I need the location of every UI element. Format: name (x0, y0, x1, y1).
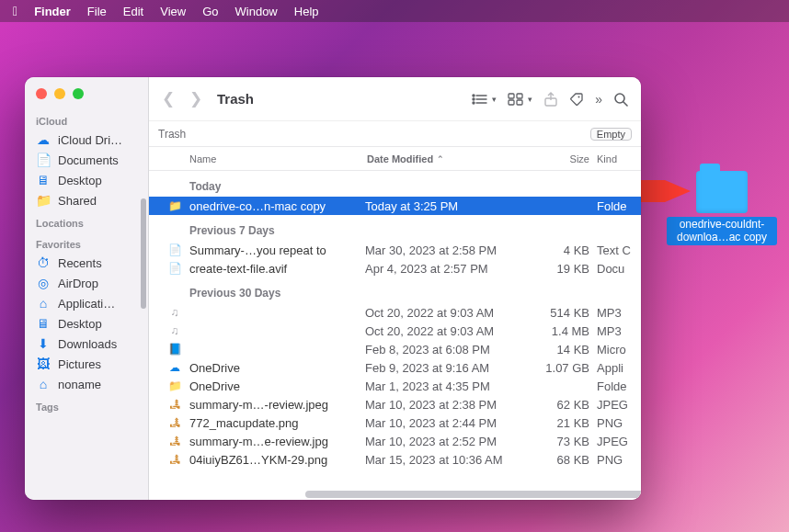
menubar-item-window[interactable]: Window (235, 5, 278, 18)
minimize-button[interactable] (54, 88, 65, 99)
sidebar-item[interactable]: ◎AirDrop (25, 273, 148, 293)
sidebar-section-header: Locations (25, 210, 148, 232)
clock-icon: ⏱ (36, 255, 51, 270)
view-list-button[interactable]: ▾ (472, 93, 497, 106)
doc-icon: 📄 (36, 153, 51, 167)
table-row[interactable]: 🏞04iuiyBZ61…YKM-29.pngMar 15, 2023 at 10… (149, 450, 641, 469)
column-header-size[interactable]: Size (523, 153, 597, 164)
file-kind: MP3 (597, 324, 641, 338)
content-area: ❮ ❯ Trash ▾ ▾ » Tr (149, 77, 641, 500)
list-group-header: Previous 30 Days (149, 277, 641, 303)
sidebar-item[interactable]: ⬇Downloads (25, 334, 148, 354)
column-header-date-modified[interactable]: Date Modified⌃ (365, 153, 523, 164)
svg-line-14 (623, 102, 627, 106)
sort-chevron-icon: ⌃ (437, 154, 444, 164)
file-kind: Folde (597, 379, 641, 393)
sidebar-item-label: Shared (58, 194, 97, 208)
zoom-button[interactable] (73, 88, 84, 99)
sidebar-item[interactable]: 🖥Desktop (25, 313, 148, 334)
sidebar-scrollbar[interactable] (141, 198, 146, 309)
sidebar-item[interactable]: 🖼Pictures (25, 354, 148, 374)
file-size: 68 KB (523, 453, 597, 467)
path-label: Trash (158, 128, 186, 141)
table-row[interactable]: ♫Oct 20, 2022 at 9:03 AM1.4 MBMP3 (149, 322, 641, 340)
column-header-kind[interactable]: Kind (597, 153, 641, 164)
file-name: Summary-…you repeat to (189, 243, 365, 257)
table-row[interactable]: 🏞summary-m…-review.jpegMar 10, 2023 at 2… (149, 395, 641, 413)
file-size: 514 KB (523, 306, 597, 320)
file-date: Mar 10, 2023 at 2:38 PM (365, 398, 523, 412)
menubar-item-edit[interactable]: Edit (123, 5, 143, 18)
desktop-icon: 🖥 (36, 173, 51, 187)
svg-rect-9 (509, 100, 514, 105)
file-kind: Text C (597, 243, 641, 257)
sidebar-item[interactable]: ⌂noname (25, 374, 148, 394)
mp3-icon: ♫ (167, 323, 182, 338)
sidebar-item-label: Recents (58, 256, 102, 270)
sidebar-item[interactable]: 📄Documents (25, 150, 148, 170)
window-controls (36, 88, 84, 99)
png-icon: 🏞 (167, 415, 182, 430)
table-row[interactable]: 📁onedrive-co…n-mac copyToday at 3:25 PMF… (149, 197, 641, 215)
table-row[interactable]: ☁︎OneDriveFeb 9, 2023 at 9:16 AM1.07 GBA… (149, 358, 641, 377)
finder-window: iCloud☁︎iCloud Dri…📄Documents🖥Desktop📁Sh… (25, 77, 641, 500)
table-row[interactable]: 🏞summary-m…e-review.jpgMar 10, 2023 at 2… (149, 432, 641, 450)
menubar-appname[interactable]: Finder (34, 5, 71, 18)
tag-button[interactable] (569, 92, 584, 107)
file-date: Oct 20, 2022 at 9:03 AM (365, 306, 523, 320)
menubar-item-go[interactable]: Go (202, 5, 218, 18)
horizontal-scrollbar[interactable] (305, 491, 637, 498)
menubar-item-help[interactable]: Help (294, 5, 319, 18)
file-date: Feb 9, 2023 at 9:16 AM (365, 361, 523, 375)
file-name: OneDrive (189, 379, 365, 393)
sidebar-item[interactable]: ☁︎iCloud Dri… (25, 130, 148, 150)
sidebar-item-label: Desktop (58, 174, 102, 187)
file-date: Feb 8, 2023 at 6:08 PM (365, 343, 523, 357)
sidebar-item[interactable]: 🖥Desktop (25, 170, 148, 190)
txt-icon: 📄 (167, 261, 182, 276)
folder-icon (696, 171, 748, 213)
table-row[interactable]: 📄create-text-file.avifApr 4, 2023 at 2:5… (149, 259, 641, 277)
desktop-folder-item[interactable]: onedrive-couldnt-downloa…ac copy (667, 171, 777, 245)
file-kind: Folde (597, 199, 641, 213)
sidebar-item[interactable]: 📁Shared (25, 190, 148, 210)
column-header-name[interactable]: Name (189, 153, 365, 164)
apple-menu-icon[interactable]:  (13, 4, 17, 18)
more-toolbar-button[interactable]: » (595, 92, 602, 107)
chevron-down-icon: ▾ (528, 95, 532, 104)
jpeg-icon: 🏞 (167, 434, 182, 448)
file-date: Mar 30, 2023 at 2:58 PM (365, 243, 523, 257)
sidebar-item-label: Applicati… (58, 297, 115, 311)
sidebar-item[interactable]: ⏱Recents (25, 253, 148, 273)
table-row[interactable]: 📁OneDriveMar 1, 2023 at 4:35 PMFolde (149, 377, 641, 395)
back-button[interactable]: ❮ (162, 89, 175, 108)
menubar-item-view[interactable]: View (160, 5, 186, 18)
file-date: Oct 20, 2022 at 9:03 AM (365, 324, 523, 338)
table-row[interactable]: 📘Feb 8, 2023 at 6:08 PM14 KBMicro (149, 340, 641, 358)
table-row[interactable]: 📄Summary-…you repeat toMar 30, 2023 at 2… (149, 241, 641, 259)
jpeg-icon: 🏞 (167, 397, 182, 412)
table-row[interactable]: ♫Oct 20, 2022 at 9:03 AM514 KBMP3 (149, 303, 641, 322)
close-button[interactable] (36, 88, 47, 99)
sidebar-item-label: Documents (58, 153, 119, 167)
file-list[interactable]: Today📁onedrive-co…n-mac copyToday at 3:2… (149, 171, 641, 500)
file-name: 04iuiyBZ61…YKM-29.png (189, 453, 365, 467)
search-button[interactable] (613, 92, 628, 107)
forward-button[interactable]: ❯ (189, 89, 202, 108)
sidebar-item-label: Pictures (58, 357, 101, 371)
empty-trash-button[interactable]: Empty (590, 128, 632, 141)
table-row[interactable]: 🏞772_macupdate.pngMar 10, 2023 at 2:44 P… (149, 413, 641, 432)
app-icon: ⌂ (36, 296, 51, 311)
group-by-button[interactable]: ▾ (508, 93, 532, 106)
menubar-item-file[interactable]: File (87, 5, 107, 18)
mp3-icon: ♫ (167, 305, 182, 320)
share-icon (543, 92, 558, 107)
sidebar-item-label: Downloads (58, 337, 117, 351)
file-date: Mar 15, 2023 at 10:36 AM (365, 453, 523, 467)
svg-rect-7 (509, 94, 514, 98)
file-size: 1.4 MB (523, 324, 597, 338)
sidebar-item[interactable]: ⌂Applicati… (25, 293, 148, 313)
share-button[interactable] (543, 92, 558, 107)
file-name: create-text-file.avif (189, 262, 365, 276)
file-size: 62 KB (523, 398, 597, 412)
